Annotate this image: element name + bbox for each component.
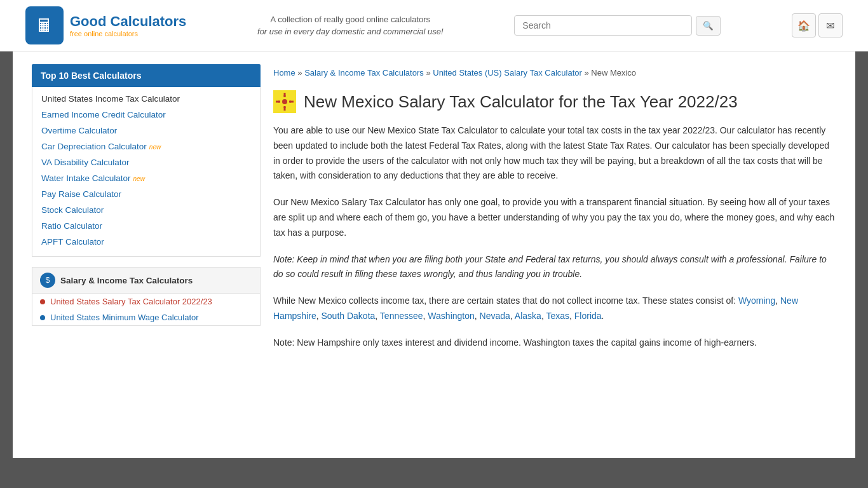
state-link[interactable]: South Dakota [321, 311, 375, 321]
page-title-area: New Mexico Salary Tax Calculator for the… [273, 90, 836, 113]
sidebar-top-label: Top 10 Best Calculators [32, 64, 261, 87]
search-input[interactable] [514, 15, 692, 36]
svg-rect-8 [278, 101, 280, 103]
breadcrumb: Home » Salary & Income Tax Calculators »… [273, 64, 836, 81]
state-link[interactable]: Nevada [480, 311, 510, 321]
breadcrumb-sep2: » [426, 68, 433, 78]
sidebar-section-header: $ Salary & Income Tax Calculators [32, 268, 260, 294]
main-para3-text: Note: Keep in mind that when you are fil… [273, 254, 827, 280]
mail-button[interactable]: ✉ [818, 13, 843, 37]
main-para2: Our New Mexico Salary Tax Calculator has… [273, 195, 836, 240]
sidebar-link[interactable]: VA Disability Calculator [32, 154, 260, 170]
main-para1: You are able to use our New Mexico State… [273, 123, 836, 184]
sub-link-text: United States Salary Tax Calculator 2022… [50, 297, 212, 306]
logo-area: 🖩 Good Calculators free online calculato… [25, 6, 186, 44]
state-link[interactable]: Tennessee [380, 311, 423, 321]
sidebar-links: United States Income Tax CalculatorEarne… [32, 87, 261, 257]
badge-new: new [149, 144, 161, 151]
svg-rect-9 [289, 101, 291, 103]
sidebar-link[interactable]: Earned Income Credit Calculator [32, 107, 260, 123]
header-icons: 🏠 ✉ [792, 13, 843, 37]
search-area: 🔍 [514, 15, 721, 36]
search-button[interactable]: 🔍 [696, 16, 721, 36]
logo-text-area: Good Calculators free online calculators [70, 13, 186, 37]
breadcrumb-current: New Mexico [591, 68, 636, 78]
svg-point-1 [282, 99, 287, 104]
svg-rect-6 [284, 95, 286, 97]
main-content: Home » Salary & Income Tax Calculators »… [273, 64, 836, 362]
breadcrumb-sep1: » [297, 68, 304, 78]
state-link[interactable]: Florida [574, 311, 602, 321]
sidebar: Top 10 Best Calculators United States In… [32, 64, 261, 362]
sidebar-link[interactable]: Overtime Calculator [32, 123, 260, 139]
breadcrumb-salary[interactable]: Salary & Income Tax Calculators [304, 68, 424, 78]
badge-new: new [133, 175, 145, 182]
breadcrumb-us-salary[interactable]: United States (US) Salary Tax Calculator [433, 68, 582, 78]
section-title: Salary & Income Tax Calculators [60, 276, 193, 285]
sidebar-link[interactable]: Pay Raise Calculator [32, 186, 260, 202]
section-icon: $ [40, 273, 55, 288]
state-link[interactable]: Wyoming [738, 295, 775, 306]
sidebar-link[interactable]: United States Income Tax Calculator [32, 91, 260, 107]
home-button[interactable]: 🏠 [792, 13, 816, 37]
state-link[interactable]: Texas [546, 311, 569, 321]
main-para5: Note: New Hampshire only taxes interest … [273, 336, 836, 351]
sidebar-link[interactable]: APFT Calculator [32, 234, 260, 250]
sidebar-sub-link[interactable]: United States Minimum Wage Calculator [32, 309, 260, 325]
page-title: New Mexico Salary Tax Calculator for the… [304, 92, 738, 112]
nm-flag [273, 90, 296, 113]
main-para3: Note: Keep in mind that when you are fil… [273, 252, 836, 283]
logo-title[interactable]: Good Calculators [70, 13, 186, 30]
sidebar-link[interactable]: Stock Calculator [32, 202, 260, 218]
logo-icon: 🖩 [25, 6, 64, 44]
sidebar-link[interactable]: Ratio Calculator [32, 218, 260, 234]
sidebar-sub-links: United States Salary Tax Calculator 2022… [32, 294, 260, 325]
sub-link-text: United States Minimum Wage Calculator [50, 313, 199, 322]
breadcrumb-sep3: » [584, 68, 591, 78]
state-link[interactable]: Alaska [515, 311, 541, 321]
sidebar-sub-link[interactable]: United States Salary Tax Calculator 2022… [32, 294, 260, 309]
tagline: A collection of really good online calcu… [257, 13, 444, 38]
state-link[interactable]: Washington [428, 311, 474, 321]
main-para4: While New Mexico collects income tax, th… [273, 294, 836, 324]
sidebar-link[interactable]: Car Depreciation Calculatornew [32, 139, 260, 154]
dot-icon [40, 299, 45, 304]
tagline-line2: for use in every day domestic and commer… [257, 27, 444, 36]
sidebar-link[interactable]: Water Intake Calculatornew [32, 170, 260, 186]
para4-suffix: . [602, 311, 604, 321]
dot-icon [40, 315, 45, 320]
breadcrumb-home[interactable]: Home [273, 68, 295, 78]
logo-subtitle: free online calculators [70, 30, 186, 37]
svg-rect-7 [284, 106, 286, 108]
tagline-line1: A collection of really good online calcu… [257, 13, 444, 26]
sidebar-section: $ Salary & Income Tax Calculators United… [32, 267, 261, 326]
para4-prefix: While New Mexico collects income tax, th… [273, 295, 738, 306]
